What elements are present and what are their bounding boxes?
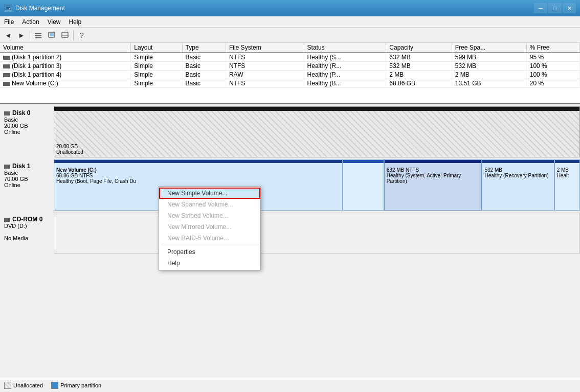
menu-action[interactable]: Action [18,16,43,27]
disk0-name: Disk 0 [4,109,50,117]
disk0-size: 20.00 GB [4,123,50,129]
partition-status2: Healthy (System, Active, Primary Partiti… [387,173,480,184]
maximize-button[interactable]: □ [548,3,562,13]
disk0-label: Disk 0 Basic 20.00 GB Online [0,106,54,157]
close-button[interactable]: ✕ [563,3,576,13]
volume-table-container: Volume Layout Type File System Status Ca… [0,43,580,104]
disk1-type: Basic [4,170,50,176]
disk0-partitions: 20.00 GB Unallocated [54,106,580,157]
menu-view[interactable]: View [43,16,65,27]
status-bar: Unallocated Primary partition [0,378,580,392]
legend-unallocated-icon [4,382,11,389]
toolbar: ◄ ► ? [0,28,580,43]
disk1-label: Disk 1 Basic 70.00 GB Online [0,159,54,211]
disk0-status: Online [4,129,50,135]
partition-status4: Healt [557,173,577,178]
col-volume: Volume [0,43,131,53]
volume-table: Volume Layout Type File System Status Ca… [0,43,580,88]
ctx-new-simple-volume[interactable]: New Simple Volume... [159,188,260,199]
table-row[interactable]: (Disk 1 partition 4) Simple Basic RAW He… [0,71,580,79]
disk1-partitions: New Volume (C:) 68.86 GB NTFS Healthy (B… [54,159,580,211]
svg-rect-5 [35,37,41,38]
app-icon [4,4,12,12]
show-button[interactable] [46,29,58,41]
partition-status: Healthy (Boot, Page File, Crash Du [56,178,340,184]
disk1-recovery-partition[interactable]: 532 MB Healthy (Recovery Partition) [482,159,554,211]
menu-file[interactable]: File [0,16,18,27]
col-status: Status [304,43,386,53]
partition-size-fs2: 632 MB NTFS [387,167,480,173]
ctx-new-mirrored-volume: New Mirrored Volume... [159,221,260,233]
disk1-size: 70.00 GB [4,176,50,182]
legend-unallocated-label: Unallocated [13,382,43,388]
partition-size3: 532 MB [484,167,551,173]
col-capacity: Capacity [386,43,452,53]
menu-bar: File Action View Help [0,16,580,28]
partition-size-fs: 68.86 GB NTFS [56,173,340,178]
svg-point-2 [9,8,10,9]
ctx-new-striped-volume: New Striped Volume... [159,210,260,221]
context-menu: New Simple Volume... New Spanned Volume.… [159,186,261,270]
legend-primary-icon [51,382,58,389]
cdrom0-name: CD-ROM 0 [4,216,50,223]
col-freespace: Free Spa... [452,43,526,53]
col-pctfree: % Free [526,43,579,53]
svg-rect-4 [35,33,41,34]
disk1-system-partition[interactable]: 632 MB NTFS Healthy (System, Active, Pri… [384,159,482,211]
ctx-properties[interactable]: Properties [159,246,260,258]
col-layout: Layout [131,43,182,53]
disk0-unallocated[interactable]: 20.00 GB Unallocated [54,106,580,157]
svg-rect-8 [62,32,68,37]
main-content: Volume Layout Type File System Status Ca… [0,43,580,392]
cdrom0-status: No Media [4,235,50,241]
partition-size: 20.00 GB [56,144,577,149]
ctx-new-raid5-volume: New RAID-5 Volume... [159,233,260,244]
table-row[interactable]: New Volume (C:) Simple Basic NTFS Health… [0,79,580,88]
cdrom0-partitions [54,213,580,253]
back-button[interactable]: ◄ [2,29,14,41]
ctx-new-spanned-volume: New Spanned Volume... [159,199,260,210]
ctx-separator [161,245,258,245]
table-row[interactable]: (Disk 1 partition 2) Simple Basic NTFS H… [0,53,580,62]
legend-primary: Primary partition [51,382,101,389]
col-type: Type [182,43,226,53]
ctx-help[interactable]: Help [159,258,260,269]
legend-primary-label: Primary partition [60,382,101,388]
disk1-row: Disk 1 Basic 70.00 GB Online New Volume … [0,159,580,211]
disk1-name: Disk 1 [4,163,50,170]
disk1-small-partition[interactable]: 2 MB Healt [554,159,580,211]
disk0-type: Basic [4,117,50,123]
disk1-partition2[interactable] [343,159,384,211]
svg-rect-3 [35,35,41,36]
help-button[interactable] [59,29,71,41]
toolbar-sep-2 [73,30,74,40]
toolbar-sep-1 [30,30,30,40]
partition-size4: 2 MB [557,167,577,173]
up-button[interactable] [32,29,44,41]
forward-button[interactable]: ► [15,29,28,41]
cdrom0-label: CD-ROM 0 DVD (D:) No Media [0,213,54,253]
window-title: Disk Management [15,5,534,12]
legend-unallocated: Unallocated [4,382,43,389]
partition-label: Unallocated [56,149,577,155]
svg-rect-7 [50,33,54,36]
partition-status3: Healthy (Recovery Partition) [484,173,551,178]
cdrom0-type: DVD (D:) [4,223,50,229]
disk0-row: Disk 0 Basic 20.00 GB Online 20.00 GB Un… [0,106,580,157]
window-controls: ─ □ ✕ [534,3,576,13]
col-filesystem: File System [226,43,304,53]
table-row[interactable]: (Disk 1 partition 3) Simple Basic NTFS H… [0,62,580,71]
disk1-status: Online [4,182,50,188]
title-bar: Disk Management ─ □ ✕ [0,0,580,16]
cdrom0-row: CD-ROM 0 DVD (D:) No Media [0,213,580,253]
minimize-button[interactable]: ─ [534,3,547,13]
partition-volume-label: New Volume (C:) [56,167,340,173]
disk-graphical-view: Disk 0 Basic 20.00 GB Online 20.00 GB Un… [0,104,580,392]
toolbar-help[interactable]: ? [76,29,88,41]
menu-help[interactable]: Help [65,16,86,27]
